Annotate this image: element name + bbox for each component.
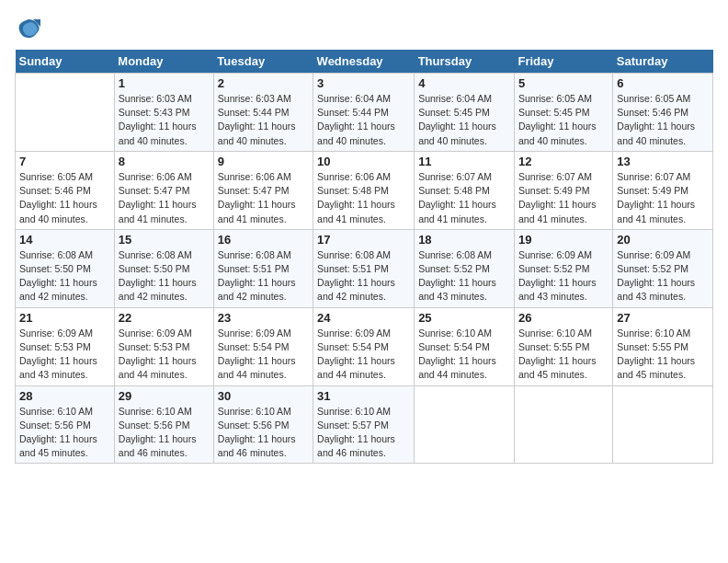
calendar-cell: 6Sunrise: 6:05 AMSunset: 5:46 PMDaylight… (613, 74, 713, 152)
day-info: Sunrise: 6:10 AMSunset: 5:54 PMDaylight:… (418, 327, 510, 383)
day-info: Sunrise: 6:10 AMSunset: 5:55 PMDaylight:… (617, 327, 709, 383)
calendar-cell: 11Sunrise: 6:07 AMSunset: 5:48 PMDayligh… (415, 151, 515, 229)
day-number: 25 (418, 311, 510, 325)
day-number: 16 (218, 233, 309, 247)
calendar-cell: 31Sunrise: 6:10 AMSunset: 5:57 PMDayligh… (313, 385, 415, 464)
logo-icon (15, 15, 42, 42)
calendar-cell: 16Sunrise: 6:08 AMSunset: 5:51 PMDayligh… (213, 229, 313, 307)
calendar-cell (613, 385, 713, 464)
day-number: 28 (19, 389, 110, 403)
calendar-cell (415, 385, 515, 464)
day-info: Sunrise: 6:10 AMSunset: 5:57 PMDaylight:… (317, 405, 410, 461)
day-number: 21 (19, 311, 110, 325)
day-number: 23 (218, 311, 309, 325)
day-number: 20 (617, 233, 709, 247)
day-info: Sunrise: 6:09 AMSunset: 5:53 PMDaylight:… (119, 327, 210, 383)
day-info: Sunrise: 6:04 AMSunset: 5:44 PMDaylight:… (317, 92, 410, 148)
day-number: 2 (218, 76, 309, 90)
header-monday: Monday (114, 50, 213, 74)
calendar-cell: 5Sunrise: 6:05 AMSunset: 5:45 PMDaylight… (514, 74, 612, 152)
calendar-table: SundayMondayTuesdayWednesdayThursdayFrid… (15, 50, 713, 464)
calendar-cell: 18Sunrise: 6:08 AMSunset: 5:52 PMDayligh… (415, 229, 515, 307)
day-info: Sunrise: 6:09 AMSunset: 5:54 PMDaylight:… (317, 327, 410, 383)
calendar-cell: 25Sunrise: 6:10 AMSunset: 5:54 PMDayligh… (415, 307, 515, 385)
day-info: Sunrise: 6:10 AMSunset: 5:56 PMDaylight:… (19, 405, 110, 461)
day-info: Sunrise: 6:10 AMSunset: 5:55 PMDaylight:… (518, 327, 609, 383)
calendar-week-row: 14Sunrise: 6:08 AMSunset: 5:50 PMDayligh… (16, 229, 713, 307)
day-number: 30 (218, 389, 309, 403)
day-number: 4 (418, 76, 510, 90)
header-sunday: Sunday (16, 50, 115, 74)
day-info: Sunrise: 6:05 AMSunset: 5:45 PMDaylight:… (518, 92, 609, 148)
day-number: 13 (617, 155, 709, 168)
header-saturday: Saturday (613, 50, 713, 74)
calendar-cell (514, 385, 612, 464)
day-info: Sunrise: 6:09 AMSunset: 5:52 PMDaylight:… (617, 248, 709, 304)
day-number: 19 (518, 233, 609, 247)
calendar-cell: 1Sunrise: 6:03 AMSunset: 5:43 PMDaylight… (114, 74, 213, 152)
day-info: Sunrise: 6:03 AMSunset: 5:43 PMDaylight:… (119, 92, 210, 148)
calendar-cell (16, 74, 115, 152)
header-tuesday: Tuesday (213, 50, 313, 74)
day-number: 26 (518, 311, 609, 325)
calendar-cell: 8Sunrise: 6:06 AMSunset: 5:47 PMDaylight… (114, 151, 213, 229)
day-info: Sunrise: 6:08 AMSunset: 5:51 PMDaylight:… (218, 248, 309, 304)
logo (15, 15, 46, 42)
calendar-cell: 3Sunrise: 6:04 AMSunset: 5:44 PMDaylight… (313, 74, 415, 152)
calendar-cell: 23Sunrise: 6:09 AMSunset: 5:54 PMDayligh… (213, 307, 313, 385)
calendar-cell: 17Sunrise: 6:08 AMSunset: 5:51 PMDayligh… (313, 229, 415, 307)
calendar-cell: 29Sunrise: 6:10 AMSunset: 5:56 PMDayligh… (114, 385, 213, 464)
day-info: Sunrise: 6:08 AMSunset: 5:52 PMDaylight:… (418, 248, 510, 304)
calendar-header-row: SundayMondayTuesdayWednesdayThursdayFrid… (16, 50, 713, 74)
day-info: Sunrise: 6:08 AMSunset: 5:50 PMDaylight:… (119, 248, 210, 304)
calendar-cell: 28Sunrise: 6:10 AMSunset: 5:56 PMDayligh… (16, 385, 115, 464)
calendar-cell: 7Sunrise: 6:05 AMSunset: 5:46 PMDaylight… (16, 151, 115, 229)
calendar-week-row: 1Sunrise: 6:03 AMSunset: 5:43 PMDaylight… (16, 74, 713, 152)
day-info: Sunrise: 6:04 AMSunset: 5:45 PMDaylight:… (418, 92, 510, 148)
header-friday: Friday (514, 50, 612, 74)
calendar-week-row: 21Sunrise: 6:09 AMSunset: 5:53 PMDayligh… (16, 307, 713, 385)
calendar-cell: 4Sunrise: 6:04 AMSunset: 5:45 PMDaylight… (415, 74, 515, 152)
day-info: Sunrise: 6:09 AMSunset: 5:52 PMDaylight:… (518, 248, 609, 304)
day-number: 27 (617, 311, 709, 325)
day-info: Sunrise: 6:06 AMSunset: 5:48 PMDaylight:… (317, 170, 410, 226)
day-number: 22 (119, 311, 210, 325)
day-info: Sunrise: 6:10 AMSunset: 5:56 PMDaylight:… (119, 405, 210, 461)
day-number: 24 (317, 311, 410, 325)
header-thursday: Thursday (415, 50, 515, 74)
day-info: Sunrise: 6:10 AMSunset: 5:56 PMDaylight:… (218, 405, 309, 461)
day-info: Sunrise: 6:05 AMSunset: 5:46 PMDaylight:… (19, 170, 110, 226)
day-number: 1 (119, 76, 210, 90)
calendar-cell: 21Sunrise: 6:09 AMSunset: 5:53 PMDayligh… (16, 307, 115, 385)
day-info: Sunrise: 6:07 AMSunset: 5:49 PMDaylight:… (617, 170, 709, 226)
day-info: Sunrise: 6:03 AMSunset: 5:44 PMDaylight:… (218, 92, 309, 148)
calendar-cell: 30Sunrise: 6:10 AMSunset: 5:56 PMDayligh… (213, 385, 313, 464)
calendar-cell: 26Sunrise: 6:10 AMSunset: 5:55 PMDayligh… (514, 307, 612, 385)
calendar-cell: 27Sunrise: 6:10 AMSunset: 5:55 PMDayligh… (613, 307, 713, 385)
calendar-cell: 12Sunrise: 6:07 AMSunset: 5:49 PMDayligh… (514, 151, 612, 229)
day-info: Sunrise: 6:06 AMSunset: 5:47 PMDaylight:… (218, 170, 309, 226)
day-number: 29 (119, 389, 210, 403)
day-info: Sunrise: 6:06 AMSunset: 5:47 PMDaylight:… (119, 170, 210, 226)
calendar-cell: 2Sunrise: 6:03 AMSunset: 5:44 PMDaylight… (213, 74, 313, 152)
day-number: 17 (317, 233, 410, 247)
calendar-cell: 9Sunrise: 6:06 AMSunset: 5:47 PMDaylight… (213, 151, 313, 229)
calendar-cell: 15Sunrise: 6:08 AMSunset: 5:50 PMDayligh… (114, 229, 213, 307)
day-number: 15 (119, 233, 210, 247)
day-number: 11 (418, 155, 510, 168)
calendar-cell: 20Sunrise: 6:09 AMSunset: 5:52 PMDayligh… (613, 229, 713, 307)
day-info: Sunrise: 6:09 AMSunset: 5:53 PMDaylight:… (19, 327, 110, 383)
day-number: 12 (518, 155, 609, 168)
day-info: Sunrise: 6:05 AMSunset: 5:46 PMDaylight:… (617, 92, 709, 148)
calendar-cell: 22Sunrise: 6:09 AMSunset: 5:53 PMDayligh… (114, 307, 213, 385)
calendar-cell: 24Sunrise: 6:09 AMSunset: 5:54 PMDayligh… (313, 307, 415, 385)
calendar-cell: 14Sunrise: 6:08 AMSunset: 5:50 PMDayligh… (16, 229, 115, 307)
calendar-week-row: 28Sunrise: 6:10 AMSunset: 5:56 PMDayligh… (16, 385, 713, 464)
day-number: 10 (317, 155, 410, 168)
day-info: Sunrise: 6:08 AMSunset: 5:50 PMDaylight:… (19, 248, 110, 304)
day-number: 6 (617, 76, 709, 90)
day-number: 14 (19, 233, 110, 247)
day-info: Sunrise: 6:07 AMSunset: 5:49 PMDaylight:… (518, 170, 609, 226)
day-info: Sunrise: 6:08 AMSunset: 5:51 PMDaylight:… (317, 248, 410, 304)
calendar-week-row: 7Sunrise: 6:05 AMSunset: 5:46 PMDaylight… (16, 151, 713, 229)
